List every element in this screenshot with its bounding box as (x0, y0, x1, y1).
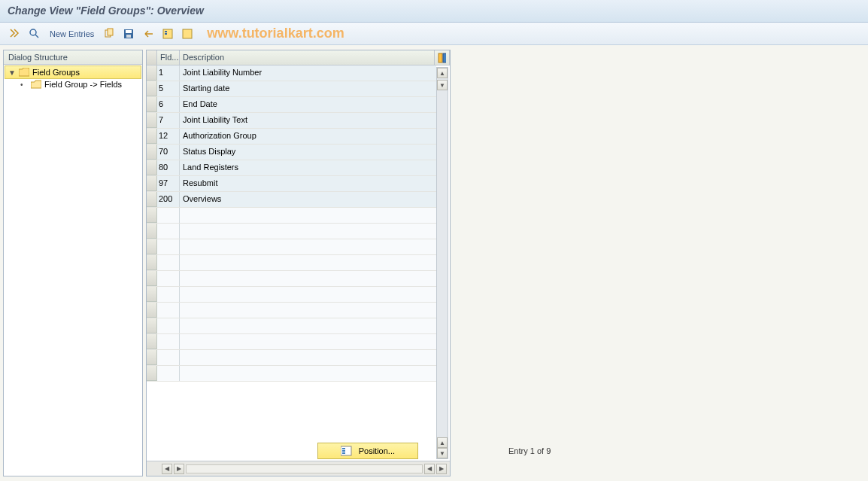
row-selector[interactable] (147, 192, 157, 207)
table-row[interactable]: 70Status Display (147, 145, 436, 160)
table-row[interactable]: 80Land Registers (147, 160, 436, 176)
row-selector[interactable] (147, 65, 157, 81)
cell-description[interactable]: Authorization Group (180, 129, 436, 144)
scroll-down-icon[interactable]: ▼ (437, 80, 448, 90)
cell-fld[interactable] (157, 239, 180, 254)
cell-fld[interactable] (157, 224, 180, 239)
table-row[interactable]: 12Authorization Group (147, 129, 436, 145)
column-description[interactable]: Description (180, 50, 435, 65)
row-selector[interactable] (147, 176, 157, 191)
row-selector[interactable] (147, 271, 157, 286)
expand-icon[interactable]: ▼ (8, 68, 16, 77)
cell-fld[interactable]: 80 (157, 160, 180, 175)
table-row[interactable]: 6End Date (147, 97, 436, 113)
position-button[interactable]: Position... (317, 443, 418, 459)
row-selector[interactable] (147, 160, 157, 175)
cell-description[interactable] (180, 303, 436, 318)
cell-description[interactable]: Land Registers (180, 160, 436, 175)
cell-fld[interactable]: 12 (157, 129, 180, 144)
cell-fld[interactable] (157, 350, 180, 365)
select-all-column[interactable] (147, 50, 157, 65)
table-row-empty[interactable] (147, 350, 436, 366)
row-selector[interactable] (147, 334, 157, 349)
row-selector[interactable] (147, 81, 157, 96)
table-row-empty[interactable] (147, 303, 436, 318)
row-selector[interactable] (147, 97, 157, 112)
cell-description[interactable] (180, 366, 436, 381)
cell-description[interactable] (180, 255, 436, 270)
toolbar: New Entries www.tutorialkart.com (0, 23, 868, 45)
cell-fld[interactable] (157, 303, 180, 318)
table-row-empty[interactable] (147, 366, 436, 382)
cell-fld[interactable] (157, 366, 180, 381)
cell-description[interactable]: End Date (180, 97, 436, 112)
table-row-empty[interactable] (147, 271, 436, 287)
cell-description[interactable]: Resubmit (180, 176, 436, 191)
scroll-up-icon[interactable]: ▲ (437, 68, 448, 78)
row-selector[interactable] (147, 287, 157, 302)
cell-fld[interactable] (157, 318, 180, 333)
tree-node-field-group-fields[interactable]: • Field Group -> Fields (5, 78, 141, 90)
cell-description[interactable]: Joint Liability Text (180, 113, 436, 128)
row-selector[interactable] (147, 255, 157, 270)
cell-fld[interactable]: 70 (157, 145, 180, 160)
row-selector[interactable] (147, 318, 157, 333)
row-selector[interactable] (147, 129, 157, 144)
table-row[interactable]: 1Joint Liability Number (147, 65, 436, 81)
cell-description[interactable] (180, 239, 436, 254)
save-icon[interactable] (121, 26, 136, 41)
table-row[interactable]: 97Resubmit (147, 176, 436, 192)
cell-description[interactable]: Status Display (180, 145, 436, 160)
undo-icon[interactable] (141, 26, 156, 41)
configure-columns-icon[interactable] (435, 50, 450, 65)
cell-fld[interactable]: 6 (157, 97, 180, 112)
table-row[interactable]: 7Joint Liability Text (147, 113, 436, 129)
cell-description[interactable]: Overviews (180, 192, 436, 207)
select-all-icon[interactable] (160, 26, 175, 41)
cell-description[interactable] (180, 271, 436, 286)
cell-fld[interactable] (157, 271, 180, 286)
row-selector[interactable] (147, 366, 157, 381)
cell-fld[interactable]: 200 (157, 192, 180, 207)
vertical-scrollbar[interactable]: ▲ ▼ ▲ ▼ (436, 67, 448, 459)
find-icon[interactable] (27, 26, 42, 41)
row-selector[interactable] (147, 113, 157, 128)
cell-fld[interactable] (157, 287, 180, 302)
row-selector[interactable] (147, 239, 157, 254)
cell-description[interactable] (180, 350, 436, 365)
toggle-icon[interactable] (8, 26, 23, 41)
cell-fld[interactable]: 97 (157, 176, 180, 191)
row-selector[interactable] (147, 145, 157, 160)
cell-fld[interactable] (157, 255, 180, 270)
new-entries-button[interactable]: New Entries (47, 29, 97, 38)
copy-icon[interactable] (102, 26, 117, 41)
cell-fld[interactable]: 5 (157, 81, 180, 96)
table-row-empty[interactable] (147, 255, 436, 271)
table-row-empty[interactable] (147, 208, 436, 224)
cell-fld[interactable] (157, 334, 180, 349)
table-row[interactable]: 5Starting date (147, 81, 436, 97)
table-row-empty[interactable] (147, 224, 436, 239)
row-selector[interactable] (147, 224, 157, 239)
table-row-empty[interactable] (147, 334, 436, 350)
row-selector[interactable] (147, 208, 157, 223)
cell-description[interactable] (180, 224, 436, 239)
deselect-all-icon[interactable] (180, 26, 195, 41)
tree-node-field-groups[interactable]: ▼ Field Groups (5, 65, 141, 79)
table-row[interactable]: 200Overviews (147, 192, 436, 208)
cell-description[interactable] (180, 208, 436, 223)
row-selector[interactable] (147, 350, 157, 365)
cell-fld[interactable]: 1 (157, 65, 180, 81)
cell-description[interactable] (180, 287, 436, 302)
table-row-empty[interactable] (147, 318, 436, 334)
table-row-empty[interactable] (147, 239, 436, 255)
cell-fld[interactable]: 7 (157, 113, 180, 128)
row-selector[interactable] (147, 303, 157, 318)
cell-description[interactable]: Starting date (180, 81, 436, 96)
column-fld[interactable]: Fld... (157, 50, 180, 65)
cell-description[interactable]: Joint Liability Number (180, 65, 436, 81)
cell-description[interactable] (180, 318, 436, 333)
cell-description[interactable] (180, 334, 436, 349)
table-row-empty[interactable] (147, 287, 436, 303)
cell-fld[interactable] (157, 208, 180, 223)
